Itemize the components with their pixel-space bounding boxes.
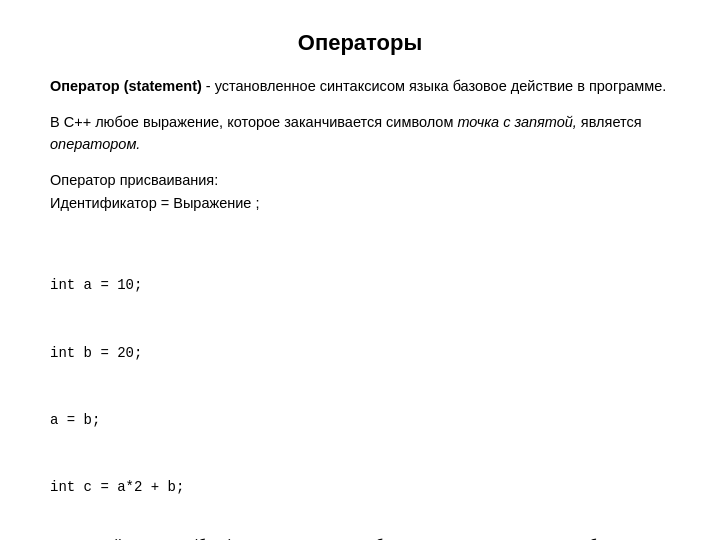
assignment-line2: Идентификатор = Выражение ; — [50, 192, 670, 215]
page-title: Операторы — [50, 30, 670, 56]
expression-italic-2: оператором. — [50, 136, 140, 152]
expression-block: В С++ любое выражение, которое заканчива… — [50, 112, 670, 156]
expression-italic-1: точка с запятой, — [457, 114, 576, 130]
expression-text-2: является — [577, 114, 642, 130]
code-line-4: int c = a*2 + b; — [50, 476, 670, 498]
term-operator: Оператор (statement) — [50, 78, 202, 94]
code-line-2: int b = 20; — [50, 342, 670, 364]
code-line-1: int a = 10; — [50, 274, 670, 296]
code-block-1: int a = 10; int b = 20; a = b; int c = a… — [50, 230, 670, 521]
assignment-block: Оператор присваивания: Идентификатор = В… — [50, 169, 670, 215]
definition-block: Оператор (statement) - установленное син… — [50, 76, 670, 98]
expression-text-1: В С++ любое выражение, которое заканчива… — [50, 114, 457, 130]
assignment-line1: Оператор присваивания: — [50, 169, 670, 192]
code-line-3: a = b; — [50, 409, 670, 431]
definition-text: - установленное синтаксисом языка базово… — [202, 78, 667, 94]
compound-description: Составной оператор (блок) состоит из дву… — [50, 535, 670, 540]
